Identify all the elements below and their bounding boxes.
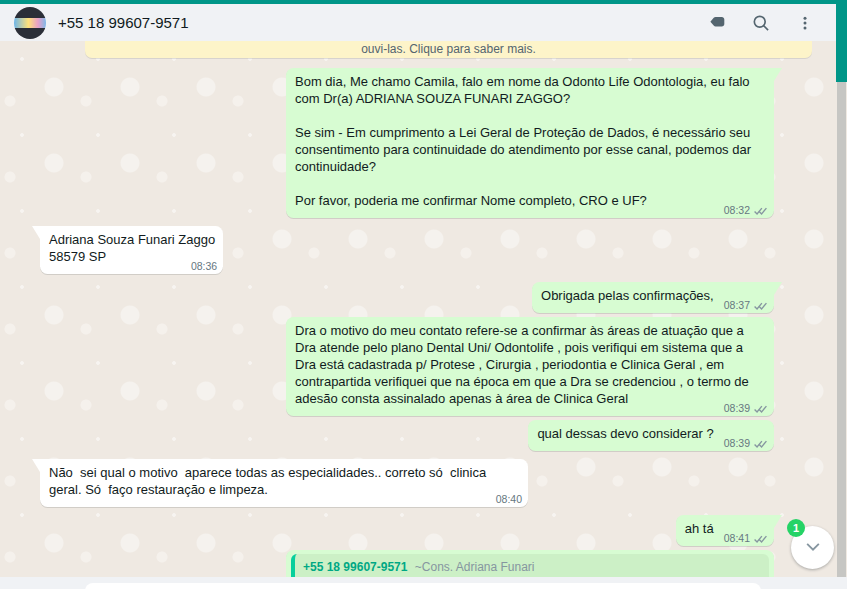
- message-stream: Bom dia, Me chamo Camila, falo em nome d…: [0, 58, 836, 577]
- message-time: 08:39: [724, 400, 750, 417]
- message-text: Não sei qual o motivo aparece todas as e…: [49, 465, 490, 497]
- composer-bar: [0, 577, 847, 589]
- outgoing-message-bubble[interactable]: Bom dia, Me chamo Camila, falo em nome d…: [286, 68, 774, 218]
- message-text: qual dessas devo considerar ?: [537, 426, 713, 441]
- kebab-menu-icon: [796, 14, 814, 32]
- message-text: Bom dia, Me chamo Camila, falo em nome d…: [295, 74, 755, 208]
- incoming-message-bubble[interactable]: Adriana Souza Funari Zaggo 58579 SP 08:3…: [40, 226, 223, 274]
- quoted-sender: +55 18 99607-9571: [303, 560, 407, 574]
- app-right-accent-strip: [836, 0, 847, 82]
- app-top-accent-strip: [0, 0, 847, 4]
- encryption-notice-banner[interactable]: ouvi-las. Clique para saber mais.: [85, 41, 812, 58]
- double-check-icon: [753, 439, 768, 449]
- message-row: Não sei qual o motivo aparece todas as e…: [40, 459, 774, 507]
- chat-scroll-area[interactable]: ouvi-las. Clique para saber mais. Bom di…: [0, 41, 836, 577]
- quoted-sender-alias: ~Cons. Adriana Funari: [415, 560, 535, 574]
- quoted-message[interactable]: +55 18 99607-9571 ~Cons. Adriana Funari …: [291, 554, 769, 577]
- outgoing-message-bubble[interactable]: Obrigada pelas confirmações, 08:37: [532, 282, 774, 313]
- message-input[interactable]: [85, 583, 761, 589]
- message-time: 08:37: [724, 297, 750, 314]
- search-icon: [751, 13, 771, 33]
- outgoing-message-bubble[interactable]: Dra o motivo do meu contato refere-se a …: [286, 317, 774, 416]
- message-row: +55 18 99607-9571 ~Cons. Adriana Funari …: [40, 550, 774, 577]
- double-check-icon: [753, 301, 768, 311]
- message-row: Obrigada pelas confirmações, 08:37: [40, 282, 774, 313]
- message-row: Dra o motivo do meu contato refere-se a …: [40, 317, 774, 416]
- double-check-icon: [753, 206, 768, 216]
- double-check-icon: [753, 534, 768, 544]
- incoming-message-bubble[interactable]: Não sei qual o motivo aparece todas as e…: [40, 459, 528, 507]
- message-meta: 08:36: [191, 258, 217, 275]
- message-meta: 08:32: [724, 202, 768, 219]
- message-text: ah tá: [685, 521, 714, 536]
- message-meta: 08:39: [724, 435, 768, 452]
- menu-button[interactable]: [788, 6, 822, 40]
- message-meta: 08:37: [724, 297, 768, 314]
- search-button[interactable]: [744, 6, 778, 40]
- chevron-down-icon: [803, 536, 823, 560]
- scroll-to-bottom-button[interactable]: 1: [791, 526, 834, 569]
- contact-phone-title[interactable]: +55 18 99607-9571: [58, 14, 700, 31]
- message-time: 08:32: [724, 202, 750, 219]
- contact-avatar[interactable]: [14, 7, 46, 39]
- double-check-icon: [753, 404, 768, 414]
- message-time: 08:41: [724, 530, 750, 547]
- quoted-header: +55 18 99607-9571 ~Cons. Adriana Funari: [303, 559, 759, 575]
- chat-scrollbar[interactable]: [837, 82, 846, 577]
- whatsapp-chat-window: +55 18 99607-9571 ouvi-las. Clique para …: [0, 0, 847, 589]
- outgoing-message-bubble[interactable]: ah tá 08:41: [676, 515, 774, 546]
- message-time: 08:36: [191, 258, 217, 275]
- message-row: qual dessas devo considerar ? 08:39: [40, 420, 774, 451]
- label-button[interactable]: [700, 6, 734, 40]
- message-meta: 08:40: [496, 491, 522, 508]
- message-time: 08:39: [724, 435, 750, 452]
- chat-header: +55 18 99607-9571: [0, 4, 836, 41]
- message-meta: 08:39: [724, 400, 768, 417]
- outgoing-message-bubble[interactable]: +55 18 99607-9571 ~Cons. Adriana Funari …: [286, 550, 774, 577]
- label-tag-icon: [708, 13, 727, 32]
- outgoing-message-bubble[interactable]: qual dessas devo considerar ? 08:39: [528, 420, 774, 451]
- message-text: Dra o motivo do meu contato refere-se a …: [295, 323, 752, 406]
- message-meta: 08:41: [724, 530, 768, 547]
- message-text: Obrigada pelas confirmações,: [541, 288, 714, 303]
- message-row: Adriana Souza Funari Zaggo 58579 SP 08:3…: [40, 226, 774, 274]
- unread-count-badge: 1: [787, 519, 805, 537]
- message-time: 08:40: [496, 491, 522, 508]
- message-row: Bom dia, Me chamo Camila, falo em nome d…: [40, 68, 774, 218]
- header-actions: [700, 6, 822, 40]
- message-row: ah tá 08:41: [40, 515, 774, 546]
